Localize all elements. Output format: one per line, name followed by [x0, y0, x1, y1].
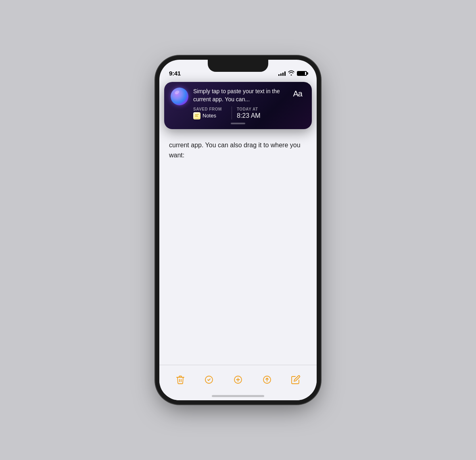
- wifi-icon: [288, 70, 294, 77]
- siri-divider: [232, 107, 232, 119]
- svg-rect-1: [195, 115, 198, 115]
- status-time: 9:41: [169, 70, 181, 77]
- siri-aa-button[interactable]: Aa: [290, 88, 305, 100]
- signal-bar-3: [282, 73, 284, 76]
- check-button[interactable]: [200, 371, 218, 389]
- siri-meta: SAVED FROM Notes: [193, 107, 285, 119]
- siri-clipboard-banner[interactable]: Simply tap to paste your text in the cur…: [164, 82, 312, 129]
- notes-app-icon: [193, 112, 200, 119]
- compose-button[interactable]: [287, 371, 305, 389]
- svg-rect-0: [195, 114, 199, 115]
- saved-from-label: SAVED FROM: [193, 107, 222, 111]
- siri-source-name: Notes: [203, 113, 216, 119]
- siri-banner-inner: Simply tap to paste your text in the cur…: [171, 88, 305, 119]
- battery-icon: [297, 71, 307, 76]
- siri-saved-from: SAVED FROM Notes: [193, 107, 227, 119]
- add-button[interactable]: [229, 371, 247, 389]
- siri-text-block: Simply tap to paste your text in the cur…: [193, 88, 285, 119]
- signal-bars-icon: [278, 71, 286, 76]
- siri-main-text: Simply tap to paste your text in the cur…: [193, 88, 285, 103]
- delete-button[interactable]: [171, 371, 189, 389]
- battery-fill: [298, 72, 305, 75]
- siri-today-at: TODAY AT 8:23 AM: [237, 107, 261, 119]
- share-button[interactable]: [258, 371, 276, 389]
- signal-bar-2: [280, 73, 282, 76]
- signal-bar-4: [284, 71, 286, 76]
- signal-bar-1: [278, 74, 280, 76]
- phone-frame: 9:41 current app. You can also drag it: [159, 60, 317, 400]
- siri-handle: [231, 123, 245, 124]
- svg-rect-2: [195, 116, 198, 117]
- status-icons: [278, 70, 307, 77]
- today-at-label: TODAY AT: [237, 107, 261, 111]
- siri-time: 8:23 AM: [237, 112, 261, 119]
- siri-source: Notes: [193, 112, 222, 119]
- home-indicator: [212, 395, 264, 397]
- siri-orb-icon: [171, 88, 188, 105]
- notch: [208, 60, 268, 72]
